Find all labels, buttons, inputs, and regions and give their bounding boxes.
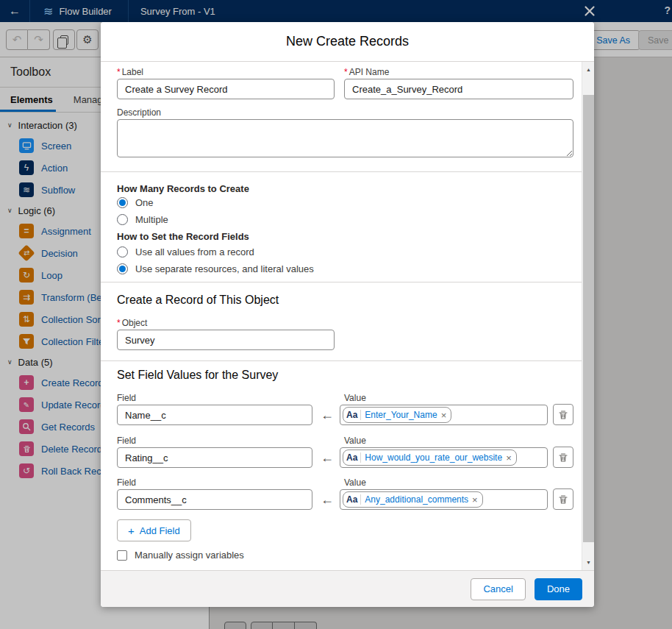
radio-unselected-icon[interactable] — [117, 246, 128, 257]
checkbox-unchecked-icon[interactable] — [117, 550, 127, 561]
text-type-icon: Aa — [346, 494, 361, 505]
radio-selected-icon[interactable] — [117, 197, 128, 208]
required-marker: * — [344, 67, 348, 77]
section-divider — [101, 360, 582, 361]
radio-option-separate-resources[interactable]: Use separate resources, and literal valu… — [117, 263, 314, 274]
modal-body-content: *Label *API Name Description How Many Re… — [101, 62, 582, 570]
plus-icon: + — [128, 525, 135, 537]
api-name-input[interactable] — [344, 79, 573, 99]
scrollbar-thumb[interactable] — [583, 95, 594, 542]
manually-assign-variables-row[interactable]: Manually assign variables — [117, 550, 244, 561]
section-divider — [101, 171, 582, 172]
assign-arrow-icon: ← — [321, 408, 334, 423]
field-input[interactable] — [117, 405, 312, 425]
checkbox-label: Manually assign variables — [135, 550, 244, 561]
cancel-button[interactable]: Cancel — [471, 578, 525, 600]
text-type-icon: Aa — [346, 410, 361, 420]
delete-row-button[interactable] — [553, 447, 573, 468]
required-marker: * — [117, 67, 121, 77]
required-marker: * — [117, 318, 121, 328]
remove-pill-icon[interactable]: × — [472, 494, 478, 505]
modal-body: *Label *API Name Description How Many Re… — [101, 62, 594, 570]
value-label: Value — [344, 477, 366, 488]
field-label: Field — [117, 393, 136, 403]
field-input[interactable] — [117, 489, 312, 510]
description-textarea[interactable] — [117, 119, 573, 157]
label-field-label: *Label — [117, 67, 143, 77]
value-label: Value — [344, 436, 366, 446]
done-button[interactable]: Done — [535, 578, 582, 600]
new-create-records-modal: New Create Records *Label *API Name Desc… — [101, 22, 594, 607]
resource-pill: Aa How_would_you_rate_our_website × — [343, 449, 517, 466]
how-many-records-heading: How Many Records to Create — [117, 183, 249, 194]
radio-unselected-icon[interactable] — [117, 214, 128, 225]
radio-option-one[interactable]: One — [117, 197, 154, 208]
text-type-icon: Aa — [346, 452, 361, 463]
trash-icon — [558, 494, 568, 505]
delete-row-button[interactable] — [553, 488, 573, 510]
remove-pill-icon[interactable]: × — [506, 452, 512, 463]
trash-icon — [558, 410, 568, 420]
description-field-label: Description — [117, 107, 161, 118]
create-record-object-heading: Create a Record of This Object — [117, 294, 279, 307]
modal-title: New Create Records — [286, 34, 409, 49]
resource-pill: Aa Any_additional_comments × — [343, 491, 483, 508]
assign-arrow-icon: ← — [321, 492, 334, 508]
resource-pill-label[interactable]: Any_additional_comments — [365, 494, 468, 505]
modal-scrollbar[interactable]: ▲ ▼ — [582, 62, 594, 570]
field-input[interactable] — [117, 447, 312, 468]
how-to-set-fields-heading: How to Set the Record Fields — [117, 231, 249, 242]
set-field-values-heading: Set Field Values for the Survey — [117, 369, 278, 382]
label-input[interactable] — [117, 79, 335, 99]
value-input[interactable]: Aa Any_additional_comments × — [340, 489, 548, 510]
delete-row-button[interactable] — [553, 404, 573, 425]
api-name-field-label: *API Name — [344, 67, 389, 77]
value-input[interactable]: Aa Enter_Your_Name × — [340, 405, 548, 425]
object-field-label: *Object — [117, 318, 147, 328]
object-input[interactable] — [117, 330, 335, 350]
modal-header: New Create Records — [101, 22, 594, 62]
radio-selected-icon[interactable] — [117, 263, 128, 274]
add-field-button[interactable]: + Add Field — [117, 519, 191, 541]
scroll-down-icon[interactable]: ▼ — [582, 556, 594, 569]
resource-pill: Aa Enter_Your_Name × — [343, 407, 451, 423]
trash-icon — [558, 452, 568, 463]
scroll-up-icon[interactable]: ▲ — [582, 63, 594, 76]
assign-arrow-icon: ← — [321, 450, 334, 466]
field-label: Field — [117, 477, 136, 488]
value-label: Value — [344, 393, 366, 403]
modal-footer: Cancel Done — [101, 570, 594, 607]
section-divider — [101, 282, 582, 282]
resource-pill-label[interactable]: Enter_Your_Name — [365, 410, 437, 420]
remove-pill-icon[interactable]: × — [441, 410, 447, 421]
value-input[interactable]: Aa How_would_you_rate_our_website × — [340, 447, 548, 468]
field-label: Field — [117, 436, 136, 446]
radio-option-multiple[interactable]: Multiple — [117, 214, 168, 225]
radio-option-all-values[interactable]: Use all values from a record — [117, 246, 254, 257]
resource-pill-label[interactable]: How_would_you_rate_our_website — [365, 452, 502, 463]
